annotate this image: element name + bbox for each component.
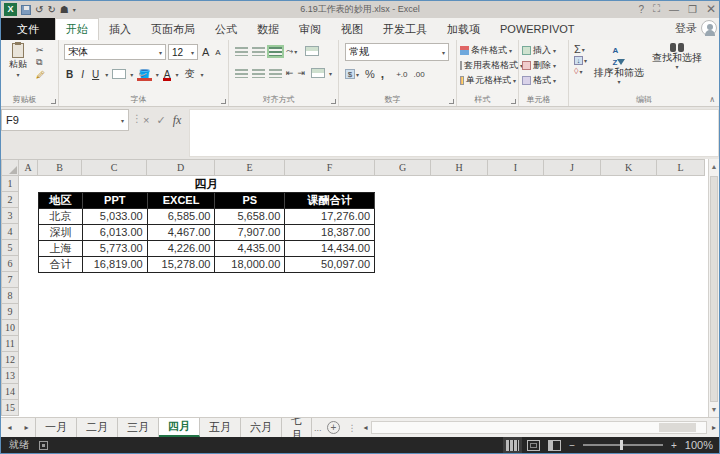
table-cell[interactable]: 4,226.00 (148, 241, 216, 257)
font-color-button[interactable]: A (163, 69, 172, 80)
sheet-tab-5[interactable]: 五月 (200, 418, 241, 437)
table-header-cell[interactable]: PS (215, 193, 285, 209)
italic-button[interactable]: I (79, 69, 86, 80)
underline-dropdown-icon[interactable]: ▾ (105, 71, 108, 78)
page-break-view-button[interactable] (548, 440, 561, 451)
table-cell[interactable]: 深圳 (39, 225, 83, 241)
format-cells-button[interactable]: 格式▾ (522, 73, 566, 88)
ribbon-tab-1[interactable]: 开始 (55, 18, 99, 40)
ribbon-tab-7[interactable]: 视图 (331, 18, 373, 40)
number-format-combo[interactable]: 常规▾ (345, 43, 449, 61)
column-header-K[interactable]: K (601, 159, 657, 176)
column-header-E[interactable]: E (215, 159, 285, 176)
horizontal-scrollbar[interactable] (371, 421, 707, 434)
name-box[interactable]: F9 ▾ (1, 109, 129, 131)
percent-format-button[interactable]: % (365, 68, 375, 80)
row-header-13[interactable]: 13 (1, 368, 19, 384)
table-cell[interactable]: 5,033.00 (83, 209, 148, 225)
row-header-11[interactable]: 11 (1, 336, 19, 352)
table-cell[interactable]: 4,467.00 (148, 225, 216, 241)
underline-button[interactable]: U (90, 69, 101, 80)
scroll-up-icon[interactable]: ▲ (709, 159, 719, 174)
zoom-in-icon[interactable]: + (671, 440, 677, 451)
table-cell[interactable]: 合计 (39, 257, 83, 273)
table-cell[interactable]: 18,000.00 (215, 257, 285, 273)
align-middle-icon[interactable] (252, 47, 265, 56)
hscroll-right-icon[interactable]: ▸ (709, 418, 719, 437)
font-size-combo[interactable]: 12▾ (168, 44, 198, 60)
table-cell[interactable]: 14,434.00 (285, 241, 375, 257)
cut-button[interactable]: ✂ (36, 45, 45, 55)
worksheet-grid[interactable]: ABCDEFGHIJKL 123456789101112131415 四月 地区… (1, 159, 719, 417)
insert-function-icon[interactable]: fx (173, 113, 182, 128)
increase-decimal-button[interactable]: +.0 (396, 70, 407, 79)
row-header-2[interactable]: 2 (1, 192, 19, 208)
vertical-scroll-thumb[interactable] (710, 176, 718, 402)
macro-record-icon[interactable] (39, 441, 48, 450)
align-center-icon[interactable] (252, 69, 265, 78)
phonetic-dropdown-icon[interactable]: ▾ (200, 71, 203, 78)
column-header-C[interactable]: C (82, 159, 147, 176)
sheetbar-splitter[interactable]: ⋮ (344, 418, 361, 437)
column-header-F[interactable]: F (285, 159, 375, 176)
table-cell[interactable]: 50,097.00 (285, 257, 375, 273)
zoom-level-label[interactable]: 100% (685, 439, 713, 451)
sheet-tab-3[interactable]: 三月 (118, 418, 159, 437)
row-header-6[interactable]: 6 (1, 256, 19, 272)
paste-dropdown-icon[interactable]: ▾ (16, 71, 19, 78)
sheet-nav-right-icon[interactable]: ▸ (18, 418, 35, 437)
help-icon[interactable]: ? (638, 4, 644, 15)
account-avatar[interactable] (701, 20, 717, 36)
paste-button[interactable]: 粘贴 ▾ (3, 43, 33, 80)
format-painter-button[interactable]: 🖉 (36, 70, 45, 80)
row-header-10[interactable]: 10 (1, 320, 19, 336)
font-name-combo[interactable]: 宋体▾ (64, 44, 166, 60)
merge-center-button[interactable] (311, 68, 325, 78)
sort-filter-button[interactable]: AZ 排序和筛选 ▾ (593, 43, 645, 85)
scroll-down-icon[interactable]: ▼ (709, 402, 719, 417)
normal-view-button[interactable] (506, 440, 519, 451)
find-select-button[interactable]: 查找和选择 ▾ (651, 43, 703, 85)
column-header-B[interactable]: B (38, 159, 82, 176)
sheet-nav-left-icon[interactable]: ◂ (1, 418, 18, 437)
column-header-G[interactable]: G (375, 159, 431, 176)
row-header-15[interactable]: 15 (1, 400, 19, 416)
fill-color-dropdown-icon[interactable]: ▾ (156, 71, 159, 78)
table-header-cell[interactable]: 课酬合计 (285, 193, 375, 209)
row-header-5[interactable]: 5 (1, 240, 19, 256)
table-header-cell[interactable]: EXCEL (148, 193, 216, 209)
select-all-corner[interactable] (1, 159, 19, 176)
table-cell[interactable]: 5,773.00 (83, 241, 148, 257)
decrease-indent-icon[interactable]: ⇤ (286, 68, 294, 78)
name-box-dropdown-icon[interactable]: ▾ (121, 117, 124, 124)
collapse-ribbon-icon[interactable]: ∧ (709, 95, 715, 104)
column-header-J[interactable]: J (544, 159, 601, 176)
merge-dropdown-icon[interactable]: ▾ (329, 70, 332, 77)
wrap-text-button[interactable] (305, 46, 319, 56)
ribbon-tab-10[interactable]: POWERPIVOT (490, 18, 585, 40)
ribbon-tab-6[interactable]: 审阅 (289, 18, 331, 40)
number-dialog-launcher[interactable] (449, 99, 454, 104)
table-title[interactable]: 四月 (38, 176, 375, 192)
formula-input[interactable] (189, 109, 719, 157)
sheet-tab-4[interactable]: 四月 (159, 418, 200, 437)
conditional-formatting-button[interactable]: 条件格式▾ (460, 43, 516, 58)
styles-dialog-launcher[interactable] (511, 99, 516, 104)
shrink-font-button[interactable]: A (213, 48, 222, 57)
cell-styles-button[interactable]: 单元格样式▾ (460, 73, 516, 88)
sheet-tab-7[interactable]: 七月 (282, 418, 312, 437)
sheet-tab-1[interactable]: 一月 (35, 418, 77, 437)
table-cell[interactable]: 5,658.00 (215, 209, 285, 225)
column-header-A[interactable]: A (19, 159, 38, 176)
clipboard-dialog-launcher[interactable] (51, 99, 56, 104)
align-bottom-icon[interactable] (269, 47, 282, 56)
ribbon-tab-2[interactable]: 插入 (99, 18, 141, 40)
ribbon-tab-5[interactable]: 数据 (247, 18, 289, 40)
clear-button[interactable]: ◊▾ (574, 66, 587, 76)
insert-cells-button[interactable]: 插入▾ (522, 43, 566, 58)
page-layout-view-button[interactable] (527, 440, 540, 451)
confirm-entry-icon[interactable]: ✓ (156, 114, 165, 127)
fill-color-button[interactable]: 🪣 (137, 69, 151, 80)
delete-cells-button[interactable]: 删除▾ (522, 58, 566, 73)
font-dialog-launcher[interactable] (221, 99, 226, 104)
